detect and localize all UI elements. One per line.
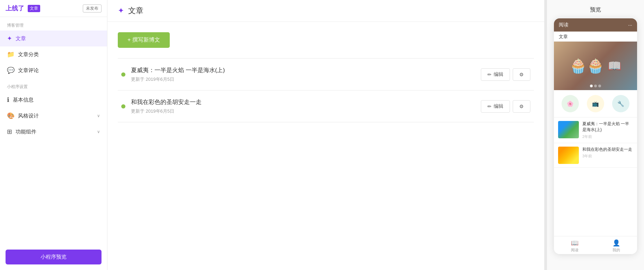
article-title-2: 和我在彩色的圣胡安走一走 — [131, 98, 475, 106]
sidebar-item-style-label: 风格设计 — [18, 113, 39, 119]
phone-article-list: 夏威夷：一半是火焰 一半是海水(上) 2年前 和我在彩色的圣胡安走一走 3年前 — [554, 117, 637, 236]
comment-icon: 💬 — [7, 67, 15, 74]
phone-article-title-1: 夏威夷：一半是火焰 一半是海水(上) — [582, 121, 633, 133]
table-row: 和我在彩色的圣胡安走一走 更新于 2019年6月5日 ✏ 编辑 ⚙ — [118, 90, 534, 122]
phone-tab-articles[interactable]: 文章 — [559, 34, 568, 40]
list-item[interactable]: 夏威夷：一半是火焰 一半是海水(上) 2年前 — [554, 117, 637, 143]
phone-article-text-2: 和我在彩色的圣胡安走一走 3年前 — [582, 147, 633, 164]
preview-button[interactable]: 小程序预览 — [6, 250, 102, 264]
phone-top-bar-title: 阅读 — [559, 22, 568, 28]
edit-button-1[interactable]: ✏ 编辑 — [481, 68, 510, 81]
section-blog-title: 博客管理 — [0, 17, 107, 31]
sidebar-item-components-label: 功能组件 — [16, 129, 36, 135]
article-thumb-1 — [558, 121, 579, 138]
sidebar-item-basic[interactable]: ℹ 基本信息 — [0, 92, 107, 108]
phone-tab-bar: 文章 — [554, 32, 637, 42]
phone-article-text-1: 夏威夷：一半是火焰 一半是海水(上) 2年前 — [582, 121, 633, 139]
phone-top-dots: ··· — [628, 22, 632, 28]
phone-mockup: 阅读 ··· 文章 🧁 🧁 📖 🌸 📺 — [554, 18, 637, 254]
book-icon: 📖 — [608, 59, 621, 72]
article-date-1: 更新于 2019年6月5日 — [131, 76, 475, 82]
read-nav-icon: 📖 — [571, 239, 579, 247]
gear-icon-1: ⚙ — [519, 72, 524, 77]
phone-bottom-nav: 📖 阅读 👤 我的 — [554, 236, 637, 254]
publish-badge: 未发布 — [83, 5, 102, 12]
main-header: ✦ 文章 — [107, 0, 544, 22]
article-info-1: 夏威夷：一半是火焰 一半是海水(上) 更新于 2019年6月5日 — [131, 66, 475, 82]
table-row: 夏威夷：一半是火焰 一半是海水(上) 更新于 2019年6月5日 ✏ 编辑 ⚙ — [118, 59, 534, 90]
article-thumb-2 — [558, 147, 579, 164]
main-content: + 撰写新博文 夏威夷：一半是火焰 一半是海水(上) 更新于 2019年6月5日… — [107, 22, 544, 270]
article-date-2: 更新于 2019年6月5日 — [131, 108, 475, 114]
edit-icon-1: ✏ — [487, 72, 492, 77]
article-actions-2: ✏ 编辑 ⚙ — [481, 100, 530, 113]
phone-banner: 🧁 🧁 📖 — [554, 42, 637, 90]
banner-image: 🧁 🧁 📖 — [554, 42, 637, 90]
sidebar-item-components[interactable]: ⊞ 功能组件 ∨ — [0, 124, 107, 140]
wrench-icon: 🔧 — [617, 101, 624, 107]
sidebar-item-categories-label: 文章分类 — [18, 51, 39, 58]
list-item[interactable]: 和我在彩色的圣胡安走一走 3年前 — [554, 143, 637, 168]
status-dot-2 — [121, 104, 125, 108]
app-tag: 文章 — [28, 5, 40, 12]
preview-title: 预览 — [547, 0, 644, 18]
article-info-2: 和我在彩色的圣胡安走一走 更新于 2019年6月5日 — [131, 98, 475, 114]
sidebar-item-comments-label: 文章评论 — [18, 67, 39, 74]
tv-icon: 📺 — [592, 101, 599, 107]
sidebar-bottom: 小程序预览 — [0, 244, 107, 270]
sidebar-item-style[interactable]: 🎨 风格设计 ∨ — [0, 108, 107, 124]
article-icon: ✦ — [7, 35, 12, 42]
sidebar-header: 上线了 文章 未发布 — [0, 0, 107, 17]
section-miniapp-title: 小程序设置 — [0, 78, 107, 92]
folder-icon: 📁 — [7, 51, 15, 58]
phone-article-time-1: 2年前 — [582, 134, 633, 139]
sidebar-item-comments[interactable]: 💬 文章评论 — [0, 62, 107, 78]
page-title: 文章 — [128, 6, 143, 16]
profile-nav-label: 我的 — [612, 247, 620, 253]
tv-icon-item[interactable]: 📺 — [587, 95, 604, 112]
preview-panel: 预览 阅读 ··· 文章 🧁 🧁 📖 🌸 — [547, 0, 644, 270]
gear-icon-2: ⚙ — [519, 104, 524, 109]
muffin-icon-2: 🧁 — [587, 58, 604, 74]
sidebar: 上线了 文章 未发布 博客管理 ✦ 文章 📁 文章分类 💬 文章评论 小程序设置… — [0, 0, 107, 270]
info-icon: ℹ — [7, 96, 9, 104]
phone-nav-profile[interactable]: 👤 我的 — [596, 239, 637, 253]
phone-icons-row: 🌸 📺 🔧 — [554, 90, 637, 117]
phone-article-time-2: 3年前 — [582, 154, 633, 159]
phone-top-bar: 阅读 ··· — [554, 18, 637, 32]
status-dot-1 — [121, 72, 125, 77]
article-list: 夏威夷：一半是火焰 一半是海水(上) 更新于 2019年6月5日 ✏ 编辑 ⚙ — [118, 58, 534, 122]
phone-article-title-2: 和我在彩色的圣胡安走一走 — [582, 147, 633, 153]
sidebar-item-categories[interactable]: 📁 文章分类 — [0, 46, 107, 62]
settings-button-1[interactable]: ⚙ — [513, 68, 530, 81]
panel-divider — [544, 0, 547, 270]
muffin-icon: 🧁 — [570, 58, 587, 74]
article-title-1: 夏威夷：一半是火焰 一半是海水(上) — [131, 66, 475, 74]
settings-button-2[interactable]: ⚙ — [513, 100, 530, 113]
article-actions-1: ✏ 编辑 ⚙ — [481, 68, 530, 81]
read-nav-label: 阅读 — [571, 247, 579, 253]
flower-icon-item[interactable]: 🌸 — [562, 95, 579, 112]
wrench-icon-item[interactable]: 🔧 — [612, 95, 629, 112]
sidebar-item-articles-label: 文章 — [16, 35, 26, 42]
chevron-down-icon: ∨ — [97, 113, 100, 118]
profile-nav-icon: 👤 — [612, 239, 620, 247]
palette-icon: 🎨 — [7, 112, 15, 120]
grid-icon: ⊞ — [7, 128, 12, 136]
new-post-button[interactable]: + 撰写新博文 — [118, 32, 170, 48]
sidebar-item-articles[interactable]: ✦ 文章 — [0, 31, 107, 46]
sidebar-item-basic-label: 基本信息 — [13, 97, 34, 103]
edit-icon-2: ✏ — [487, 104, 492, 109]
edit-button-2[interactable]: ✏ 编辑 — [481, 100, 510, 113]
main-content-area: ✦ 文章 + 撰写新博文 夏威夷：一半是火焰 一半是海水(上) 更新于 2019… — [107, 0, 544, 270]
phone-nav-read[interactable]: 📖 阅读 — [554, 239, 596, 253]
flower-icon: 🌸 — [567, 101, 574, 107]
app-name: 上线了 — [6, 4, 24, 12]
header-article-icon: ✦ — [118, 6, 124, 15]
chevron-down-icon-2: ∨ — [97, 129, 100, 134]
